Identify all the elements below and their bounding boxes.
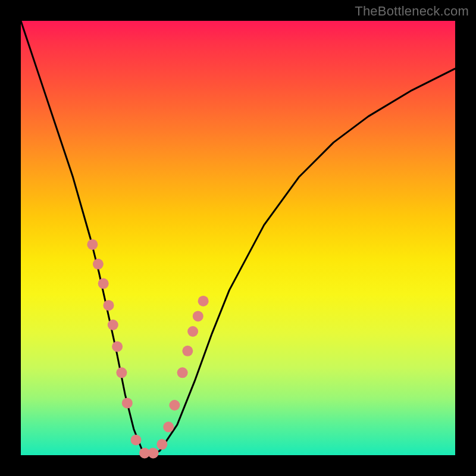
watermark-text: TheBottleneck.com <box>355 4 469 19</box>
chart-background <box>21 21 455 455</box>
